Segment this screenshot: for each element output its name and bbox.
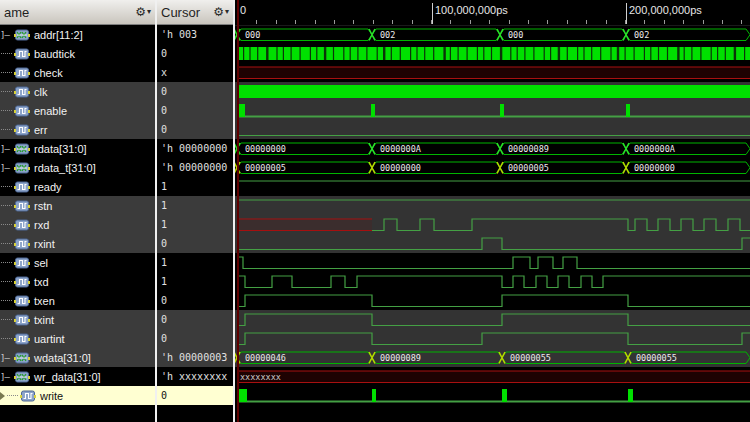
signal-row-write[interactable]: write bbox=[0, 386, 155, 405]
bit-signal-icon bbox=[20, 390, 36, 402]
waveform[interactable]: 000000000000000A000000890000000A bbox=[235, 139, 750, 158]
tree-branch-line bbox=[0, 338, 13, 339]
timeline-ruler[interactable]: 0100,000,000ps200,000,000ps bbox=[235, 0, 750, 26]
signal-row-sel[interactable]: sel bbox=[0, 253, 155, 272]
waveform-row[interactable] bbox=[235, 310, 750, 329]
time-cursor-line[interactable] bbox=[237, 0, 239, 422]
cursor-value: 1 bbox=[157, 253, 233, 272]
timeline-minor-tick bbox=[412, 20, 413, 24]
waveform-row[interactable] bbox=[235, 329, 750, 348]
bit-signal-icon bbox=[14, 333, 30, 345]
name-panel-settings-button[interactable]: ⚙▾ bbox=[135, 6, 151, 18]
svg-text:00000005: 00000005 bbox=[245, 163, 286, 173]
tree-expander[interactable]: ]– bbox=[0, 30, 13, 40]
tree-expander[interactable]: ]– bbox=[0, 372, 13, 382]
waveform-row[interactable] bbox=[235, 215, 750, 234]
timeline-minor-tick bbox=[509, 20, 510, 24]
tree-dotted-line bbox=[1, 300, 12, 301]
svg-text:0000000A: 0000000A bbox=[380, 144, 421, 154]
timeline-minor-tick bbox=[644, 20, 645, 24]
signal-row-check[interactable]: check bbox=[0, 63, 155, 82]
waveform[interactable] bbox=[235, 215, 750, 234]
timeline-label: 200,000,000ps bbox=[629, 4, 702, 16]
signal-row-wr-data310[interactable]: ]–wr_data[31:0] bbox=[0, 367, 155, 386]
cursor-value: 'h 00000000 bbox=[157, 139, 233, 158]
waveform-row[interactable] bbox=[235, 177, 750, 196]
tree-branch-line bbox=[0, 205, 13, 206]
waveform[interactable] bbox=[235, 310, 750, 329]
waveform-row[interactable]: 00000005000000000000000500000000 bbox=[235, 158, 750, 177]
waveform[interactable] bbox=[235, 291, 750, 310]
cursor-value: 0 bbox=[157, 386, 233, 405]
waveform[interactable] bbox=[235, 196, 750, 215]
waveform-row[interactable] bbox=[235, 63, 750, 82]
waveform[interactable] bbox=[235, 272, 750, 291]
waveform-row[interactable] bbox=[235, 291, 750, 310]
svg-text:002: 002 bbox=[380, 30, 395, 40]
signal-row-addr112[interactable]: ]–addr[11:2] bbox=[0, 25, 155, 44]
waveform-row[interactable] bbox=[235, 82, 750, 101]
signal-name-label: baudtick bbox=[34, 48, 75, 60]
svg-text:00000055: 00000055 bbox=[510, 353, 551, 363]
waveform-row[interactable]: 000000000000000A000000890000000A bbox=[235, 139, 750, 158]
waveform-row[interactable] bbox=[235, 120, 750, 139]
timeline-minor-tick bbox=[489, 20, 490, 24]
waveform[interactable] bbox=[235, 44, 750, 63]
signal-row-txd[interactable]: txd bbox=[0, 272, 155, 291]
waveform[interactable] bbox=[235, 101, 750, 120]
timeline-major-tick bbox=[626, 3, 627, 24]
tree-dotted-line bbox=[1, 224, 12, 225]
waveform-row[interactable] bbox=[235, 196, 750, 215]
tree-expander[interactable]: ]– bbox=[0, 353, 13, 363]
waveform[interactable] bbox=[235, 329, 750, 348]
timeline-label: 100,000,000ps bbox=[435, 4, 508, 16]
tree-branch-line bbox=[0, 224, 13, 225]
signal-row-rxd[interactable]: rxd bbox=[0, 215, 155, 234]
signal-row-uartint[interactable]: uartint bbox=[0, 329, 155, 348]
signal-row-err[interactable]: err bbox=[0, 120, 155, 139]
tree-dotted-line bbox=[7, 395, 18, 396]
signal-row-rstn[interactable]: rstn bbox=[0, 196, 155, 215]
waveform[interactable] bbox=[235, 82, 750, 101]
waveform[interactable]: 00000046000000890000005500000055 bbox=[235, 348, 750, 367]
signal-row-baudtick[interactable]: baudtick bbox=[0, 44, 155, 63]
signal-row-rdata-t310[interactable]: ]–rdata_t[31:0] bbox=[0, 158, 155, 177]
cursor-value: 0 bbox=[157, 82, 233, 101]
waveform[interactable] bbox=[235, 386, 750, 405]
signal-row-wdata310[interactable]: ]–wdata[31:0] bbox=[0, 348, 155, 367]
waveform[interactable]: 00000005000000000000000500000000 bbox=[235, 158, 750, 177]
waveform-row[interactable] bbox=[235, 234, 750, 253]
waveform-row[interactable]: 00000046000000890000005500000055 bbox=[235, 348, 750, 367]
timeline-minor-tick bbox=[373, 20, 374, 24]
signal-row-txen[interactable]: txen bbox=[0, 291, 155, 310]
waveform[interactable] bbox=[235, 177, 750, 196]
signal-row-clk[interactable]: clk bbox=[0, 82, 155, 101]
waveform-row[interactable]: xxxxxxxx bbox=[235, 367, 750, 386]
tree-expander[interactable]: ]– bbox=[0, 163, 13, 173]
signal-name-label: clk bbox=[34, 86, 47, 98]
name-column-header[interactable]: ame ⚙▾ bbox=[0, 0, 155, 25]
waveform[interactable] bbox=[235, 63, 750, 82]
waveform-row[interactable] bbox=[235, 272, 750, 291]
cursor-column-header[interactable]: Cursor ⚙▾ bbox=[157, 0, 233, 25]
waveform-row[interactable] bbox=[235, 44, 750, 63]
waveform[interactable] bbox=[235, 120, 750, 139]
waveform[interactable]: 000002000002 bbox=[235, 25, 750, 44]
tree-branch-line bbox=[0, 53, 13, 54]
signal-name-label: wdata[31:0] bbox=[34, 352, 91, 364]
waveform[interactable] bbox=[235, 234, 750, 253]
waveform-row[interactable]: 000002000002 bbox=[235, 25, 750, 44]
signal-row-ready[interactable]: ready bbox=[0, 177, 155, 196]
waveform-row[interactable] bbox=[235, 253, 750, 272]
waveform[interactable]: xxxxxxxx bbox=[235, 367, 750, 386]
signal-row-rdata310[interactable]: ]–rdata[31:0] bbox=[0, 139, 155, 158]
waveform[interactable] bbox=[235, 253, 750, 272]
signal-row-rxint[interactable]: rxint bbox=[0, 234, 155, 253]
tree-expander[interactable]: ]– bbox=[0, 144, 13, 154]
cursor-panel-settings-button[interactable]: ⚙▾ bbox=[213, 6, 229, 18]
waveform-row[interactable] bbox=[235, 101, 750, 120]
signal-row-enable[interactable]: enable bbox=[0, 101, 155, 120]
signal-row-txint[interactable]: txint bbox=[0, 310, 155, 329]
timeline-minor-tick bbox=[276, 20, 277, 24]
waveform-row[interactable] bbox=[235, 386, 750, 405]
